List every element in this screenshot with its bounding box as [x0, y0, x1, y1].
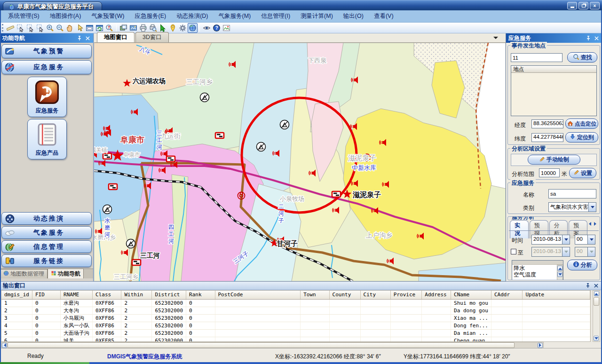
- menu-item[interactable]: 输出(O): [338, 10, 369, 22]
- menu-item[interactable]: 信息管理(I): [256, 10, 295, 22]
- eye-tool-icon[interactable]: [202, 23, 212, 33]
- nav-group-bottom-1[interactable]: 气象服务: [1, 226, 92, 239]
- shortcut-0[interactable]: 应急服务: [27, 77, 67, 117]
- pin-icon[interactable]: [585, 283, 591, 289]
- table-row[interactable]: 50大面场子沟0XFF8626523020000Da mian ...: [1, 329, 590, 337]
- left-tab[interactable]: 功能导航: [48, 269, 84, 278]
- map-canvas[interactable]: 六运湖农场三工河乡下西泉九运街阜康市城关镇阜康市滋泥泉子中新水库滋泥泉子小泉牧场…: [94, 43, 506, 281]
- spring-symbol-marker[interactable]: [127, 239, 135, 248]
- refresh-tool-icon[interactable]: [95, 23, 104, 33]
- green-arrow-tool-icon[interactable]: [158, 23, 168, 33]
- restore-button[interactable]: [578, 2, 588, 9]
- station-flag-marker[interactable]: [109, 184, 117, 190]
- column-header[interactable]: City: [360, 291, 390, 299]
- identify-tool-icon[interactable]: ?: [104, 23, 114, 33]
- nav-group-bottom-2[interactable]: 信息管理: [1, 240, 92, 253]
- select-pointer-tool-icon[interactable]: [35, 23, 45, 33]
- nav-group-1[interactable]: 应急服务: [1, 60, 92, 74]
- export-map-tool-icon[interactable]: [128, 23, 138, 33]
- analysis-range-input[interactable]: [539, 168, 560, 177]
- column-header[interactable]: RNAME: [61, 291, 93, 299]
- set-range-button[interactable]: 设置: [569, 168, 596, 178]
- station-flag-marker[interactable]: [332, 191, 341, 197]
- zoom-in-tool-icon[interactable]: [45, 23, 55, 33]
- shortcut-1[interactable]: 应急产品: [27, 119, 67, 159]
- menu-item[interactable]: 测量计算(M): [295, 10, 338, 22]
- settings-tool-icon[interactable]: [178, 23, 188, 33]
- column-header[interactable]: Update: [523, 291, 590, 299]
- menu-item[interactable]: 气象服务(M): [214, 10, 256, 22]
- zoom-out-tool-icon[interactable]: [55, 23, 65, 33]
- column-header[interactable]: CName: [451, 291, 491, 299]
- print-tool-icon[interactable]: [138, 23, 148, 33]
- menu-item[interactable]: 动态推演(D): [171, 10, 213, 22]
- search-button[interactable]: 查找: [567, 52, 597, 63]
- spring-symbol-marker[interactable]: [200, 93, 209, 102]
- station-flag-marker[interactable]: [103, 153, 111, 159]
- table-row[interactable]: 60城关0XFF8526523020000Cheng guan: [1, 337, 590, 342]
- service-name-input[interactable]: [548, 189, 596, 198]
- menu-item[interactable]: 应急服务(E): [129, 10, 171, 22]
- element-list-item[interactable]: 空气温度: [512, 271, 563, 278]
- service-type-combo[interactable]: 气象和洪水灾害: [548, 202, 596, 212]
- to-date-checkbox[interactable]: [511, 249, 516, 254]
- column-header[interactable]: Address: [422, 291, 451, 299]
- location-search-input[interactable]: [511, 53, 562, 62]
- menu-item[interactable]: 地图操作(A): [45, 10, 87, 22]
- column-header[interactable]: County: [329, 291, 360, 299]
- menu-item[interactable]: 查看(V): [369, 10, 399, 22]
- close-icon[interactable]: [593, 283, 599, 289]
- station-flag-marker[interactable]: [132, 260, 141, 265]
- location-result-list[interactable]: 地点: [511, 65, 597, 116]
- click-locate-button[interactable]: 点击定位: [565, 119, 598, 129]
- minimize-button[interactable]: [567, 2, 577, 9]
- nav-group-bottom-0[interactable]: 动态推演: [1, 212, 92, 225]
- column-header[interactable]: Class: [93, 291, 121, 299]
- globe-tool-icon[interactable]: [188, 23, 198, 33]
- nav-group-bottom-3[interactable]: 服务链接: [1, 254, 92, 267]
- window-list-dropdown-icon[interactable]: [493, 37, 498, 41]
- column-header[interactable]: Within: [121, 291, 152, 299]
- print-preview-tool-icon[interactable]: [148, 23, 158, 33]
- longitude-value-field[interactable]: 88.36255063: [531, 119, 563, 128]
- menu-item[interactable]: 气象预警(W): [86, 10, 129, 22]
- pin-icon[interactable]: [585, 35, 592, 41]
- element-list[interactable]: 降水空气温度: [512, 260, 563, 280]
- table-row[interactable]: 20大冬沟0XFF8626523020000Da dong gou: [1, 307, 590, 314]
- close-button[interactable]: ×: [590, 2, 600, 9]
- pointer-tool-icon[interactable]: [75, 23, 85, 33]
- date2-combo-disabled[interactable]: 2010-08-13: [531, 247, 570, 257]
- close-icon[interactable]: [84, 35, 91, 41]
- map-tab[interactable]: 地图窗口: [97, 32, 135, 42]
- toolbar-grip[interactable]: [2, 24, 4, 32]
- hour2-combo-disabled[interactable]: 00: [575, 247, 595, 257]
- hour-combo[interactable]: 00: [575, 235, 595, 245]
- column-header[interactable]: dmgis_id: [1, 291, 32, 299]
- marker-pin-tool-icon[interactable]: [168, 23, 178, 33]
- select-area-tool-icon[interactable]: [25, 23, 35, 33]
- column-header[interactable]: FID: [32, 291, 60, 299]
- map-tab[interactable]: 3D窗口: [135, 32, 169, 42]
- table-horizontal-scrollbar[interactable]: [1, 342, 544, 348]
- left-tab[interactable]: 地图数据管理: [0, 269, 48, 278]
- station-flag-marker[interactable]: [166, 156, 175, 162]
- measure-tool-icon[interactable]: [6, 23, 16, 33]
- table-row[interactable]: 10水磨沟0XFF8626523020000Shui mo gou: [1, 299, 590, 307]
- column-header[interactable]: PostCode: [215, 291, 301, 299]
- analysis-tab[interactable]: 实况: [510, 220, 529, 238]
- table-row[interactable]: 30小马厩沟0XFF8626523020000Xiao ma ...: [1, 314, 590, 322]
- latitude-value-field[interactable]: 44.22778446: [531, 133, 563, 142]
- close-icon[interactable]: [593, 35, 600, 41]
- column-header[interactable]: CAddr: [491, 291, 523, 299]
- locate-to-button[interactable]: 定位到: [565, 132, 598, 142]
- pin-icon[interactable]: [76, 35, 83, 41]
- nav-group-0[interactable]: 气象预警: [1, 44, 92, 58]
- location-list-header[interactable]: 地点: [511, 66, 596, 73]
- list-scrollbar[interactable]: [557, 265, 563, 280]
- tab-scroll-arrows[interactable]: [587, 222, 598, 226]
- date-combo[interactable]: 2010-08-13: [531, 235, 570, 245]
- column-header[interactable]: Rank: [186, 291, 215, 299]
- layers-tool-icon[interactable]: [119, 23, 128, 33]
- picture-tool-icon[interactable]: [222, 23, 231, 33]
- pan-tool-icon[interactable]: [65, 23, 75, 33]
